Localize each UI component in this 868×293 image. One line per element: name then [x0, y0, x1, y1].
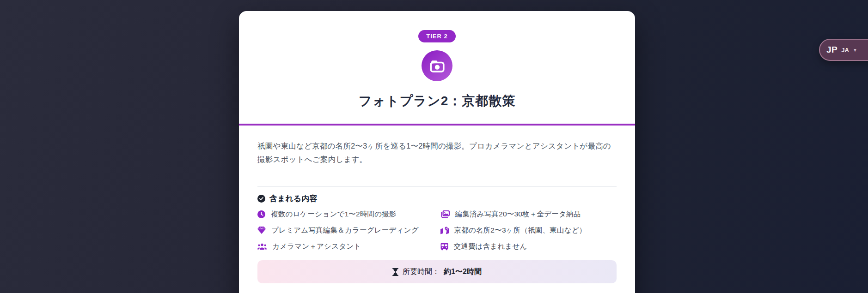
- feature-label: 交通費は含まれません: [454, 242, 527, 251]
- images-icon: [440, 210, 450, 218]
- clock-icon: [257, 210, 265, 218]
- feature-label: カメラマン＋アシスタント: [272, 242, 361, 251]
- plan-description: 祇園や東山など京都の名所2〜3ヶ所を巡る1〜2時間の撮影。プロカメラマンとアシス…: [257, 139, 617, 166]
- feature-grid: 複数のロケーションで1〜2時間の撮影 編集済み写真20〜30枚＋全データ納品: [257, 209, 617, 251]
- check-circle-icon: [257, 195, 265, 203]
- feature-item: 交通費は含まれません: [440, 241, 617, 251]
- plan-card-header: TIER 2 フォトプラン2：京都散策: [239, 11, 635, 126]
- includes-header: 含まれる内容: [257, 193, 617, 204]
- plan-card: TIER 2 フォトプラン2：京都散策 祇園や東山など京都の名所2〜3ヶ所を巡る…: [239, 11, 635, 293]
- gem-icon: [257, 227, 266, 234]
- feature-item: カメラマン＋アシスタント: [257, 241, 434, 251]
- feature-label: 編集済み写真20〜30枚＋全データ納品: [455, 209, 581, 219]
- feature-label: 京都の名所2〜3ヶ所（祇園、東山など）: [454, 226, 587, 235]
- hourglass-icon: [392, 268, 398, 276]
- map-location-icon: [440, 227, 449, 234]
- chevron-down-icon: ▼: [853, 48, 857, 53]
- plan-icon-circle: [422, 50, 452, 81]
- plan-title: フォトプラン2：京都散策: [239, 92, 635, 110]
- feature-label: 複数のロケーションで1〜2時間の撮影: [271, 209, 397, 219]
- includes-header-label: 含まれる内容: [269, 193, 317, 204]
- feature-item: 編集済み写真20〜30枚＋全データ納品: [440, 209, 617, 219]
- duration-banner: 所要時間： 約1〜2時間: [257, 260, 617, 283]
- page-background: TIER 2 フォトプラン2：京都散策 祇園や東山など京都の名所2〜3ヶ所を巡る…: [0, 0, 868, 293]
- tier-badge: TIER 2: [418, 30, 455, 42]
- language-selector[interactable]: JP JA ▼: [819, 39, 868, 61]
- users-icon: [257, 243, 267, 250]
- plan-card-body: 祇園や東山など京都の名所2〜3ヶ所を巡る1〜2時間の撮影。プロカメラマンとアシス…: [239, 126, 635, 283]
- feature-item: 複数のロケーションで1〜2時間の撮影: [257, 209, 434, 219]
- feature-item: プレミアム写真編集＆カラーグレーディング: [257, 225, 434, 235]
- language-code: JA: [841, 47, 849, 54]
- bus-icon: [440, 243, 448, 251]
- feature-item: 京都の名所2〜3ヶ所（祇園、東山など）: [440, 225, 617, 235]
- duration-label: 所要時間：: [403, 267, 440, 277]
- section-divider: [257, 186, 617, 187]
- feature-label: プレミアム写真編集＆カラーグレーディング: [271, 226, 419, 235]
- camera-icon: [430, 59, 445, 72]
- duration-value: 約1〜2時間: [444, 267, 482, 277]
- language-country-code: JP: [826, 45, 837, 55]
